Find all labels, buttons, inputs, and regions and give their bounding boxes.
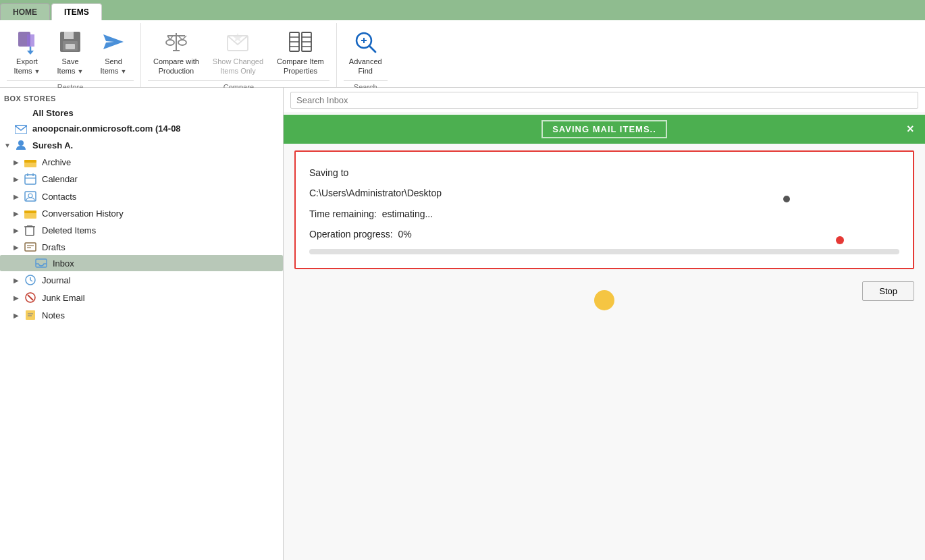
anoopcnair-label: anoopcnair.onmicrosoft.com (14-08: [32, 123, 181, 134]
export-items-button[interactable]: ExportItems ▼: [7, 26, 47, 79]
sidebar-item-drafts[interactable]: ▶ Drafts: [0, 239, 283, 255]
notes-label: Notes: [42, 310, 65, 320]
export-arrow: ▼: [34, 68, 41, 75]
sidebar-item-archive[interactable]: ▶ Archive: [0, 154, 283, 170]
compare-production-label: Compare withProduction: [153, 57, 199, 76]
inbox-icon: [35, 258, 49, 269]
svg-marker-3: [27, 51, 34, 55]
save-items-label: SaveItems ▼: [57, 57, 84, 76]
tree-arrow-calendar: ▶: [14, 175, 22, 183]
send-icon: [100, 28, 127, 55]
saving-to-text: Saving to: [309, 165, 899, 180]
sidebar-item-journal[interactable]: ▶ Journal: [0, 271, 283, 289]
tab-bar: HOME ITEMS: [0, 0, 925, 20]
svg-marker-8: [103, 34, 124, 49]
sidebar-item-contacts[interactable]: ▶ Contacts: [0, 188, 283, 205]
drafts-label: Drafts: [42, 242, 65, 252]
tab-items[interactable]: ITEMS: [51, 3, 102, 20]
journal-icon: [24, 274, 38, 286]
saving-path-text: C:\Users\Administrator\Desktop: [309, 186, 899, 200]
sidebar-item-calendar[interactable]: ▶ Calendar: [0, 170, 283, 188]
compare-cols-icon: [287, 28, 314, 55]
saving-dialog: SAVING MAIL ITEMS.. × Saving to C:\Users…: [284, 115, 925, 560]
svg-line-29: [369, 46, 375, 52]
svg-point-41: [28, 194, 32, 198]
svg-marker-1: [27, 34, 34, 47]
svg-line-57: [28, 295, 33, 300]
archive-icon: [24, 157, 38, 167]
progress-bar-container: [309, 249, 899, 254]
send-items-button[interactable]: SendItems ▼: [93, 26, 134, 79]
ribbon-group-restore-items: ExportItems ▼ SaveItems ▼: [7, 26, 134, 79]
export-items-label: ExportItems ▼: [14, 57, 41, 76]
search-input[interactable]: [290, 92, 918, 109]
show-changed-items-button[interactable]: Show ChangedItems Only: [207, 26, 269, 79]
saving-header-title: SAVING MAIL ITEMS..: [541, 120, 667, 138]
save-items-button[interactable]: SaveItems ▼: [50, 26, 90, 79]
ribbon: ExportItems ▼ SaveItems ▼: [0, 20, 925, 88]
inbox-label: Inbox: [53, 258, 74, 269]
junk-email-label: Junk Email: [42, 293, 85, 303]
svg-rect-7: [65, 44, 75, 49]
stop-button[interactable]: Stop: [862, 281, 914, 301]
tree-arrow-contacts: ▶: [14, 193, 22, 200]
advanced-find-button[interactable]: AdvancedFind: [344, 26, 388, 79]
tree-arrow-conversation: ▶: [14, 210, 22, 217]
time-remaining-text: Time remaining: estimating...: [309, 206, 899, 221]
operation-progress-text: Operation progress: 0%: [309, 227, 899, 242]
conversation-icon: [24, 208, 38, 219]
scale-icon: [163, 28, 190, 55]
sidebar: BOX STORES All Stores anoopcnair.onmicro…: [0, 88, 284, 560]
sidebar-section-title: BOX STORES: [0, 90, 283, 105]
svg-point-14: [178, 40, 186, 45]
calendar-icon: [24, 173, 38, 185]
svg-rect-43: [24, 211, 36, 213]
content-area: ! 🔔 📎 FROM TO CC SAVING MAIL ITEMS.. × S…: [284, 88, 925, 560]
sidebar-item-conversation-history[interactable]: ▶ Conversation History: [0, 205, 283, 221]
all-stores-label: All Stores: [32, 108, 74, 118]
send-arrow: ▼: [121, 68, 127, 75]
saving-header: SAVING MAIL ITEMS.. ×: [284, 115, 925, 144]
sidebar-item-all-stores[interactable]: All Stores: [0, 105, 283, 121]
save-icon: [57, 28, 84, 55]
compare-with-production-button[interactable]: Compare withProduction: [148, 26, 205, 79]
sidebar-item-junk-email[interactable]: ▶ Junk Email: [0, 289, 283, 306]
save-arrow: ▼: [78, 68, 84, 75]
sidebar-item-anoopcnair[interactable]: anoopcnair.onmicrosoft.com (14-08: [0, 121, 283, 136]
tree-arrow-journal: ▶: [14, 277, 22, 284]
sidebar-item-suresh[interactable]: ▼ Suresh A.: [0, 136, 283, 154]
drafts-icon: [24, 242, 38, 252]
svg-rect-49: [25, 243, 36, 251]
yellow-dot: [594, 290, 614, 310]
ribbon-group-restore: ExportItems ▼ SaveItems ▼: [0, 23, 141, 87]
tab-home[interactable]: HOME: [0, 3, 50, 20]
notes-icon: [24, 309, 38, 321]
trash-icon: [24, 224, 38, 236]
show-changed-label: Show ChangedItems Only: [213, 57, 263, 76]
calendar-label: Calendar: [42, 174, 78, 184]
saving-close-button[interactable]: ×: [907, 122, 914, 136]
svg-rect-58: [26, 310, 35, 320]
junk-icon: [24, 291, 38, 304]
compare-item-properties-button[interactable]: Compare ItemProperties: [271, 26, 329, 79]
tree-arrow-suresh: ▼: [4, 142, 12, 149]
conversation-history-label: Conversation History: [42, 208, 124, 219]
sidebar-item-notes[interactable]: ▶ Notes: [0, 306, 283, 324]
main-area: BOX STORES All Stores anoopcnair.onmicro…: [0, 88, 925, 560]
ribbon-group-search-items: AdvancedFind: [344, 26, 388, 79]
tree-arrow-archive: ▶: [14, 159, 22, 166]
send-items-label: SendItems ▼: [101, 57, 127, 76]
red-dot: [836, 236, 844, 244]
svg-rect-5: [64, 32, 74, 39]
svg-marker-19: [233, 33, 242, 42]
search-plus-icon: [352, 28, 379, 55]
dark-dot: [783, 196, 790, 202]
svg-point-33: [18, 140, 24, 146]
saving-progress-box: Saving to C:\Users\Administrator\Desktop…: [294, 150, 914, 269]
sidebar-item-deleted-items[interactable]: ▶ Deleted Items: [0, 221, 283, 239]
svg-rect-35: [24, 160, 36, 163]
suresh-icon: [15, 139, 28, 151]
ribbon-group-compare: Compare withProduction Show ChangedItems…: [141, 23, 337, 87]
sidebar-item-inbox[interactable]: Inbox: [0, 255, 283, 271]
export-icon: [14, 28, 41, 55]
